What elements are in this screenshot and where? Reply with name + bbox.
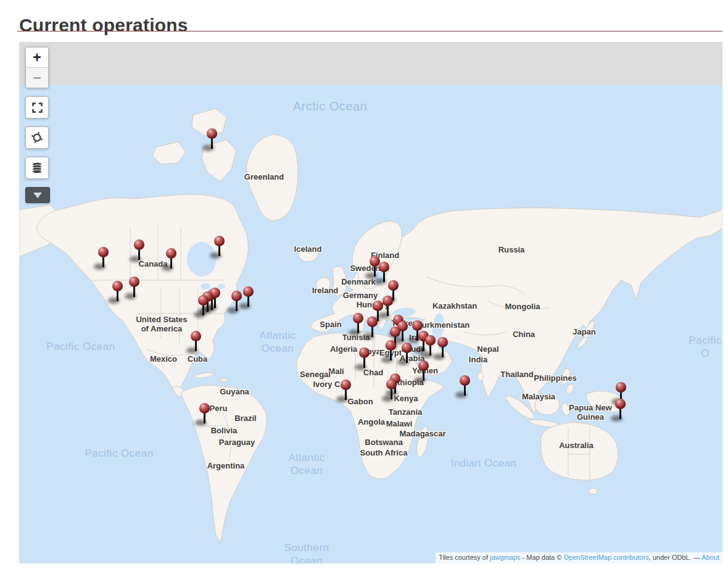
jawgmaps-link[interactable]: jawgmaps	[490, 554, 521, 561]
pin-sphere	[112, 281, 123, 291]
pin-sphere	[199, 403, 210, 414]
pin-sphere	[207, 128, 217, 139]
zoom-control: + −	[25, 47, 49, 88]
chevron-down-icon	[33, 193, 42, 198]
pin-sphere	[231, 291, 242, 301]
pin-sphere	[214, 236, 225, 246]
pin-sphere	[379, 262, 389, 272]
pin-sphere	[134, 239, 144, 250]
pin-sphere	[425, 335, 436, 346]
pin-sphere	[412, 320, 423, 331]
fullscreen-button[interactable]	[25, 96, 49, 119]
pin-sphere	[191, 331, 201, 341]
layers-button[interactable]	[25, 157, 49, 179]
attribution-text: - Map data ©	[521, 554, 564, 561]
pin-sphere	[615, 399, 626, 409]
pin-sphere	[353, 313, 363, 323]
about-link[interactable]: About	[701, 554, 719, 561]
pin-sphere	[386, 340, 396, 351]
locate-button[interactable]	[25, 127, 49, 149]
fullscreen-icon	[31, 102, 43, 114]
pin-sphere	[460, 375, 470, 386]
database-layers-icon	[31, 162, 43, 174]
pin-sphere	[418, 360, 429, 371]
attribution-text: Tiles courtesy of	[439, 554, 490, 561]
pin-sphere	[198, 295, 209, 306]
pin-sphere	[359, 347, 370, 358]
map-pins-layer	[19, 42, 722, 564]
pin-sphere	[616, 382, 626, 393]
page-title: Current operations	[19, 15, 188, 36]
pin-sphere	[370, 256, 380, 267]
map-attribution: Tiles courtesy of jawgmaps - Map data © …	[436, 552, 722, 564]
collapse-controls-button[interactable]	[25, 187, 50, 203]
pin-sphere	[98, 247, 109, 257]
map-canvas[interactable]: CanadaGreenlandIcelandFinlandSwedenDenma…	[19, 42, 722, 564]
osm-contributors-link[interactable]: OpenStreetMap contributors	[563, 554, 648, 561]
locate-icon	[31, 131, 43, 144]
title-underline	[17, 31, 722, 31]
attribution-text: , under ODbL. —	[649, 554, 702, 561]
map-controls: + −	[25, 47, 50, 203]
pin-sphere	[166, 248, 176, 259]
pin-sphere	[388, 280, 399, 291]
pin-sphere	[437, 337, 448, 347]
pin-sphere	[373, 301, 383, 311]
pin-sphere	[367, 317, 378, 327]
zoom-out-button[interactable]: −	[26, 67, 48, 88]
pin-sphere	[341, 380, 351, 390]
pin-sphere	[383, 296, 393, 306]
pin-sphere	[390, 327, 400, 337]
pin-sphere	[129, 277, 139, 287]
zoom-in-button[interactable]: +	[26, 48, 48, 67]
pin-sphere	[243, 286, 254, 297]
pin-sphere	[386, 379, 397, 389]
pin-sphere	[402, 343, 412, 353]
